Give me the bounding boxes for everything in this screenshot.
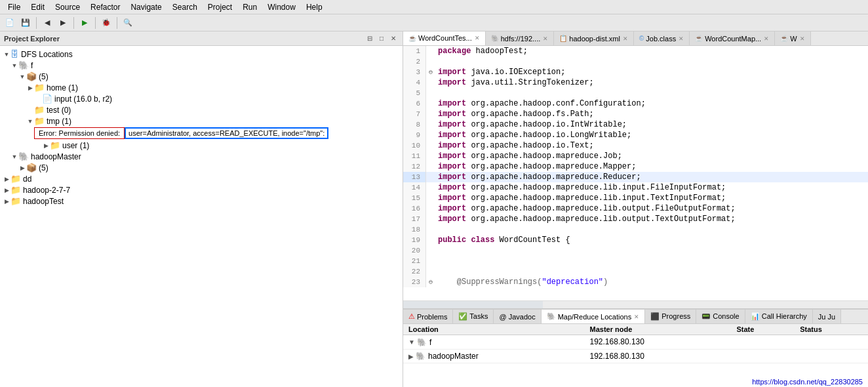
tree-user[interactable]: ▶ 📁 user (1) — [0, 140, 403, 151]
tree-hadooptest[interactable]: ▶ 📁 hadoopTest — [0, 195, 403, 207]
toolbar-search[interactable]: 🔍 — [121, 16, 135, 30]
toolbar-save[interactable]: 💾 — [18, 16, 33, 30]
menu-window[interactable]: Window — [262, 1, 301, 13]
line-9: 9 import org.apache.hadoop.io.LongWritab… — [403, 130, 868, 140]
tab-w[interactable]: ☕ W ✕ — [775, 31, 810, 46]
bottom-content: Location Master node State Status ▼ 🐘 — [403, 324, 868, 387]
tab-label-hdfs: hdfs://192.... — [501, 35, 541, 43]
toolbar-new[interactable]: 📄 — [3, 16, 17, 30]
arrow-dfs: ▼ — [3, 51, 10, 58]
tab-hdfs[interactable]: 🐘 hdfs://192.... ✕ — [486, 31, 555, 46]
arrow-user: ▶ — [42, 142, 50, 149]
arrow-hadoop277: ▶ — [3, 187, 10, 194]
tab-wordcounttest[interactable]: ☕ WordCountTes... ✕ — [403, 31, 486, 46]
editor-hscroll[interactable] — [403, 300, 868, 308]
arrow-hadoopmaster: ▼ — [10, 153, 18, 160]
toolbar-debug[interactable]: 🐞 — [99, 16, 113, 30]
tab-mapreduce[interactable]: 🐘 Map/Reduce Locations ✕ — [542, 310, 646, 324]
tab-close-w[interactable]: ✕ — [800, 35, 805, 42]
menu-help[interactable]: Help — [301, 1, 328, 13]
tree-tmp[interactable]: ▼ 📁 tmp (1) — [0, 115, 403, 127]
expand-hm[interactable]: ▶ — [408, 353, 414, 360]
tab-icon-wcm: ☕ — [695, 35, 703, 42]
panel-close[interactable]: ✕ — [388, 33, 399, 44]
tree-test[interactable]: ▶ 📁 test (0) — [0, 104, 403, 115]
tree-bucket-hm[interactable]: ▶ 📦 (5) — [0, 162, 403, 173]
tab-console[interactable]: 📟 Console — [696, 310, 745, 324]
project-explorer-header: Project Explorer ⊟ □ ✕ — [0, 31, 403, 46]
editor-tabs: ☕ WordCountTes... ✕ 🐘 hdfs://192.... ✕ 📋… — [403, 31, 868, 46]
hadoop-icon-f: 🐘 — [18, 60, 29, 70]
masternode-hm: 192.168.80.130 — [585, 349, 732, 363]
panel-minimize[interactable]: ⊟ — [365, 33, 375, 44]
tab-ju[interactable]: Ju Ju — [813, 310, 841, 324]
tab-wordcountmap[interactable]: ☕ WordCountMap... ✕ — [690, 31, 775, 46]
toolbar-sep1 — [36, 17, 37, 29]
toolbar-back[interactable]: ◀ — [40, 16, 54, 30]
bucket-icon: 📦 — [26, 71, 37, 81]
tab-callhierarchy-label: 📊 Call Hierarchy — [751, 312, 807, 321]
error-detail[interactable]: user=Administrator, access=READ_EXECUTE,… — [125, 127, 328, 139]
tree-dfs-locations[interactable]: ▼ 🗄 DFS Locations — [0, 49, 403, 60]
status-url[interactable]: https://blog.csdn.net/qq_22830285 — [752, 378, 863, 386]
tab-javadoc[interactable]: @ Javadoc — [494, 310, 541, 324]
dfs-icon: 🗄 — [10, 49, 19, 59]
table-row-hadoopmaster[interactable]: ▶ 🐘 hadoopMaster 192.168.80.130 — [403, 349, 868, 363]
tmp-label: tmp (1) — [47, 117, 71, 126]
menu-refactor[interactable]: Refactor — [85, 1, 125, 13]
tab-problems[interactable]: ⚠ Problems — [403, 310, 453, 324]
tab-tasks[interactable]: ✅ Tasks — [453, 310, 494, 324]
panel-maximize[interactable]: □ — [376, 33, 387, 44]
toolbar-sep4 — [117, 17, 117, 29]
home-label: home (1) — [47, 83, 78, 92]
folder-icon-home: 📁 — [34, 83, 45, 92]
status-hm — [795, 349, 868, 363]
line-12: 12 import org.apache.hadoop.mapreduce.Ma… — [403, 161, 868, 172]
tab-close-xml[interactable]: ✕ — [623, 35, 628, 42]
tab-icon-w: ☕ — [780, 35, 788, 42]
f-label: f — [31, 61, 33, 70]
menu-project[interactable]: Project — [203, 1, 237, 13]
user-label: user (1) — [62, 141, 89, 150]
tree-dd[interactable]: ▶ 📁 dd — [0, 173, 403, 184]
tab-close-wct[interactable]: ✕ — [475, 35, 480, 41]
tree-hadoop277[interactable]: ▶ 📁 hadoop-2-7-7 — [0, 184, 403, 195]
toolbar-run[interactable]: ▶ — [77, 16, 92, 30]
menu-run[interactable]: Run — [237, 1, 262, 13]
menu-navigate[interactable]: Navigate — [125, 1, 167, 13]
table-row-f[interactable]: ▼ 🐘 f 192.168.80.130 — [403, 335, 868, 350]
tab-callhierarchy[interactable]: 📊 Call Hierarchy — [745, 310, 813, 324]
location-hm-label: hadoopMaster — [428, 352, 479, 361]
project-icon-dd: 📁 — [10, 174, 21, 184]
menu-edit[interactable]: Edit — [26, 1, 50, 13]
col-status: Status — [795, 324, 868, 335]
tree-hadoopmaster[interactable]: ▼ 🐘 hadoopMaster — [0, 151, 403, 162]
col-location: Location — [403, 324, 585, 335]
tab-label-class: Job.class — [646, 35, 676, 43]
line-7: 7 import org.apache.hadoop.fs.Path; — [403, 109, 868, 119]
menu-file[interactable]: File — [3, 1, 26, 13]
state-f — [732, 335, 795, 350]
tab-jobclass[interactable]: © Job.class ✕ — [634, 31, 690, 46]
toolbar-fwd[interactable]: ▶ — [56, 16, 70, 30]
tab-mapreduce-close[interactable]: ✕ — [634, 314, 639, 320]
mapreduce-table: Location Master node State Status ▼ 🐘 — [403, 324, 868, 363]
menu-source[interactable]: Source — [50, 1, 85, 13]
arrow-hadooptest: ▶ — [3, 198, 10, 205]
tab-close-class[interactable]: ✕ — [679, 35, 684, 42]
tree-f[interactable]: ▼ 🐘 f — [0, 60, 403, 71]
line-11: 11 import org.apache.hadoop.mapreduce.Jo… — [403, 151, 868, 161]
tree-home[interactable]: ▶ 📁 home (1) — [0, 82, 403, 93]
tab-close-wcm[interactable]: ✕ — [764, 35, 769, 42]
status-f — [795, 335, 868, 350]
expand-f[interactable]: ▼ — [408, 338, 415, 346]
tab-progress[interactable]: ⬛ Progress — [645, 310, 696, 324]
tab-tasks-label: ✅ Tasks — [458, 312, 488, 321]
code-editor[interactable]: 1 package hadoopTest; 2 3 ⊖ import java.… — [403, 46, 868, 300]
line-15: 15 import org.apache.hadoop.mapreduce.li… — [403, 193, 868, 203]
tree-input[interactable]: ▶ 📄 input (16.0 b, r2) — [0, 93, 403, 104]
tab-close-hdfs[interactable]: ✕ — [543, 35, 548, 42]
tab-hadoopdist[interactable]: 📋 hadoop-dist.xml ✕ — [554, 31, 634, 46]
menu-search[interactable]: Search — [167, 1, 203, 13]
tree-bucket-5[interactable]: ▼ 📦 (5) — [0, 71, 403, 82]
